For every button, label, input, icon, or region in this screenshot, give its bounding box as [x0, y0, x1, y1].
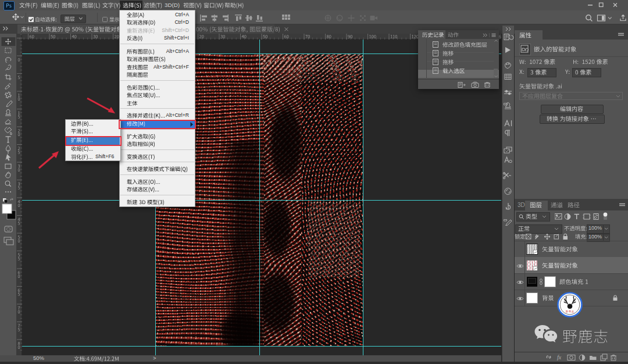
svg-text:野 鹿 志: 野 鹿 志: [566, 310, 574, 313]
svg-text:fx: fx: [557, 354, 562, 361]
